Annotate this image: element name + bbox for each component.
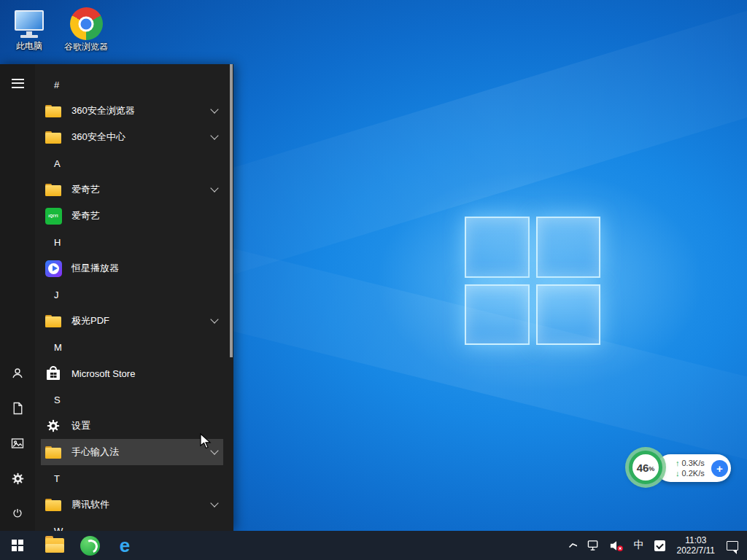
folder-icon <box>44 128 63 147</box>
chevron-down-icon[interactable] <box>210 131 218 139</box>
file-explorer-button[interactable] <box>37 531 72 560</box>
upload-speed: 0.3K/s <box>682 459 705 468</box>
app-list-folder-360-browser[interactable]: 360安全浏览器 <box>41 98 223 124</box>
desktop-icon-label: 此电脑 <box>3 42 55 51</box>
documents-button[interactable] <box>0 391 35 426</box>
tray-expand-button[interactable] <box>563 531 582 560</box>
taskbar: e 中 <box>0 531 747 560</box>
windows-logo-wallpaper <box>465 217 600 345</box>
pictures-button[interactable] <box>0 426 35 461</box>
network-tray-button[interactable] <box>582 531 605 560</box>
notification-center-button[interactable] <box>721 531 747 560</box>
desktop-icon-label: 谷歌浏览器 <box>60 42 112 52</box>
expand-menu-button[interactable] <box>0 66 35 101</box>
section-letter: H <box>54 237 61 248</box>
chevron-down-icon[interactable] <box>210 105 218 113</box>
section-letter: # <box>54 79 59 90</box>
taskbar-clock[interactable]: 11:03 2022/7/11 <box>670 531 722 560</box>
app-list-section[interactable]: J <box>41 281 223 308</box>
download-arrow-icon: ↓ <box>676 469 680 478</box>
network-icon <box>587 540 600 551</box>
settings-button[interactable] <box>0 461 35 496</box>
folder-icon <box>44 311 63 330</box>
edge-e-icon: e <box>120 536 130 555</box>
download-speed: 0.2K/s <box>682 469 705 478</box>
app-list-section[interactable]: A <box>41 150 223 176</box>
document-icon <box>12 402 23 415</box>
start-menu: # 360安全浏览器 360安全中心 A 爱奇艺 <box>0 64 233 531</box>
edge-browser-button[interactable]: e <box>107 531 142 560</box>
percent-sign: % <box>649 465 654 472</box>
clock-time: 11:03 <box>677 535 716 545</box>
volume-tray-button[interactable] <box>605 531 629 560</box>
add-button[interactable]: + <box>711 460 728 477</box>
app-list-folder-360-center[interactable]: 360安全中心 <box>41 124 223 150</box>
user-account-button[interactable] <box>0 356 35 391</box>
section-letter: J <box>54 289 59 300</box>
settings-gear-icon <box>44 416 63 435</box>
security-tray-button[interactable] <box>649 531 670 560</box>
power-button[interactable] <box>0 496 35 531</box>
this-pc-icon <box>12 7 46 39</box>
app-list-section[interactable]: H <box>41 229 223 255</box>
notification-icon <box>727 541 738 551</box>
app-list-item-settings[interactable]: 设置 <box>41 413 223 439</box>
app-list-item-microsoft-store[interactable]: Microsoft Store <box>41 360 223 386</box>
start-button[interactable] <box>0 531 35 560</box>
pictures-icon <box>11 438 24 449</box>
wallpaper-logo-pane <box>536 217 601 278</box>
gear-icon <box>12 472 24 485</box>
app-list-item-star-player[interactable]: 恒星播放器 <box>41 255 223 281</box>
wallpaper-logo-pane <box>465 284 530 346</box>
chevron-down-icon[interactable] <box>210 499 218 507</box>
folder-icon <box>44 495 63 514</box>
mouse-cursor <box>198 433 213 449</box>
desktop-screen: 此电脑 谷歌浏览器 <box>0 0 747 560</box>
start-app-list: # 360安全浏览器 360安全中心 A 爱奇艺 <box>35 64 233 531</box>
desktop-icon-this-pc[interactable]: 此电脑 <box>3 7 55 51</box>
app-list-item-iqiyi[interactable]: iQIYI 爱奇艺 <box>41 203 223 229</box>
memory-percent: 46 <box>637 462 649 474</box>
section-letter: M <box>54 342 62 353</box>
clock-date: 2022/7/11 <box>677 545 716 556</box>
chevron-up-icon <box>568 542 577 548</box>
app-list-folder-iqiyi[interactable]: 爱奇艺 <box>41 176 223 203</box>
app-list-folder-shouxin-ime[interactable]: 手心输入法 <box>41 439 223 465</box>
checkmark-icon <box>654 540 665 551</box>
green-browser-icon <box>80 536 100 556</box>
hamburger-icon <box>12 76 24 90</box>
iqiyi-icon: iQIYI <box>44 206 63 225</box>
chrome-icon <box>70 7 103 40</box>
star-player-icon <box>44 259 63 278</box>
app-list-folder-tencent[interactable]: 腾讯软件 <box>41 491 223 518</box>
upload-arrow-icon: ↑ <box>676 459 680 468</box>
section-letter: S <box>54 394 61 405</box>
chevron-down-icon[interactable] <box>210 315 218 323</box>
ime-label: 中 <box>634 539 644 552</box>
microsoft-store-icon <box>44 364 63 383</box>
app-list-section[interactable]: M <box>41 334 223 360</box>
app-list-section[interactable]: W <box>41 518 223 531</box>
section-letter: T <box>54 473 60 484</box>
scrollbar-thumb[interactable] <box>230 64 233 357</box>
section-letter: A <box>54 158 61 169</box>
folder-icon <box>44 443 63 462</box>
windows-logo-icon <box>12 540 23 551</box>
user-icon <box>11 367 24 380</box>
wallpaper-logo-pane <box>536 284 601 346</box>
folder-icon <box>44 180 63 199</box>
360-speed-browser-button[interactable] <box>72 531 107 560</box>
power-icon <box>12 508 23 519</box>
desktop-icon-chrome[interactable]: 谷歌浏览器 <box>60 7 112 52</box>
app-list-folder-jiguang-pdf[interactable]: 极光PDF <box>41 308 223 334</box>
memory-usage-ball[interactable]: 46 % <box>629 451 662 484</box>
float-ball-widget: ↑ 0.3K/s ↓ 0.2K/s + 46 % <box>624 446 734 491</box>
app-list-section[interactable]: S <box>41 386 223 413</box>
chevron-down-icon[interactable] <box>210 184 218 192</box>
app-list-section[interactable]: T <box>41 465 223 491</box>
volume-muted-icon <box>610 540 624 552</box>
ime-indicator[interactable]: 中 <box>629 531 649 560</box>
wallpaper-logo-pane <box>465 217 530 278</box>
section-letter: W <box>54 526 63 532</box>
app-list-section[interactable]: # <box>41 71 223 98</box>
